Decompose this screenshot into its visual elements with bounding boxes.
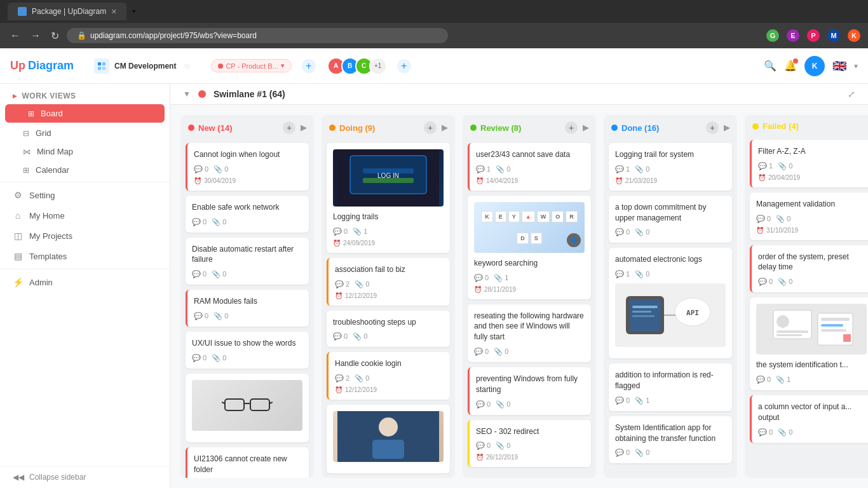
sidebar-item-mindmap[interactable]: ⋈ Mind Map bbox=[0, 142, 170, 161]
card-14-meta: 💬 0 📎 1 bbox=[474, 274, 585, 282]
reload-btn[interactable]: ↻ bbox=[48, 27, 62, 44]
card-10[interactable]: troubleshooting steps up 💬 0 📎 0 bbox=[327, 311, 450, 348]
card-5[interactable]: UX/UI issue to show the words 💬 0 📎 0 bbox=[186, 332, 309, 369]
review-add-btn[interactable]: + bbox=[565, 121, 578, 134]
header-branch[interactable]: CP - Product B... ▾ bbox=[211, 59, 291, 72]
done-title: Done (16) bbox=[621, 123, 659, 133]
doing-add-btn[interactable]: + bbox=[424, 121, 437, 134]
done-arrow[interactable]: ▶ bbox=[724, 123, 729, 132]
col-header-review: Review (8) + ▶ bbox=[463, 115, 596, 139]
card-19[interactable]: a top down commitment by upper managemen… bbox=[609, 196, 732, 243]
card-24[interactable]: Management validation 💬 0 📎 0 ⏰31/10/201… bbox=[750, 193, 868, 240]
sidebar-item-myprojects[interactable]: ◫ My Projects bbox=[0, 226, 170, 246]
logo[interactable]: UpDiagram bbox=[10, 59, 74, 72]
card-2-comments: 💬 0 bbox=[192, 218, 207, 226]
back-btn[interactable]: ← bbox=[8, 27, 23, 44]
card-1-title: Cannot login when logout bbox=[194, 149, 302, 160]
done-add-btn[interactable]: + bbox=[706, 121, 719, 134]
user-avatar[interactable]: K bbox=[804, 56, 825, 76]
card-9[interactable]: association fail to biz 💬 2 📎 0 ⏰12/12/2… bbox=[327, 258, 450, 306]
work-views-toggle[interactable]: ▸ Work Views bbox=[0, 84, 170, 103]
tab-close-btn[interactable]: × bbox=[111, 6, 116, 17]
add-column-btn[interactable]: + bbox=[302, 59, 316, 73]
card-8[interactable]: LOG IN Logging trails 💬 0 📎 1 ⏰24/09/2 bbox=[327, 143, 450, 253]
card-13[interactable]: user23/43 cannot save data 💬 1 📎 0 ⏰14/0… bbox=[468, 143, 591, 191]
card-12[interactable] bbox=[327, 405, 450, 473]
card-27[interactable]: a column vector of input a... output 💬 0… bbox=[750, 395, 868, 443]
doing-arrow[interactable]: ▶ bbox=[442, 123, 447, 132]
sidebar-item-admin[interactable]: ⚡ Admin bbox=[0, 272, 170, 292]
avatar-count[interactable]: +1 bbox=[369, 57, 387, 75]
app-header: UpDiagram CM Development ☆ CP - Product … bbox=[0, 48, 868, 84]
svg-rect-13 bbox=[363, 178, 414, 183]
card-16[interactable]: preventing Windows from fully starting 💬… bbox=[468, 367, 591, 415]
new-add-btn[interactable]: + bbox=[283, 121, 295, 134]
svg-rect-0 bbox=[98, 62, 101, 65]
card-14[interactable]: K E Y ▲ W O R D S 👤 keywor bbox=[468, 196, 591, 299]
sidebar-item-myhome[interactable]: ⌂ My Home bbox=[0, 205, 170, 226]
forward-btn[interactable]: → bbox=[28, 27, 43, 44]
column-failed: Failed (4) Filter A-Z, Z-A 💬 1 📎 0 ⏰20/0… bbox=[745, 115, 868, 478]
card-21[interactable]: addition to information is red-flagged 💬… bbox=[609, 363, 732, 411]
card-26[interactable]: the system identification t... 💬 0 📎 1 bbox=[750, 297, 868, 390]
flag-icon[interactable]: 🇬🇧 bbox=[832, 59, 846, 73]
sidebar-item-templates[interactable]: ▤ Templates bbox=[0, 246, 170, 266]
card-3-meta: 💬 0 📎 0 bbox=[192, 270, 302, 278]
home-icon: ⌂ bbox=[13, 210, 23, 220]
collapse-sidebar-btn[interactable]: ◀◀ Collapse sidebar bbox=[0, 466, 170, 488]
card-4[interactable]: RAM Modules fails 💬 0 📎 0 bbox=[186, 290, 309, 327]
card-11-comments: 💬 2 bbox=[335, 374, 349, 383]
new-cards: Cannot login when logout 💬 0 📎 0 ⏰30/04/… bbox=[180, 139, 314, 478]
review-status-dot bbox=[470, 125, 477, 131]
card-18[interactable]: Logging trail for system 💬 1 📎 0 ⏰21/03/… bbox=[609, 143, 732, 191]
card-3[interactable]: Disable automatic restart after failure … bbox=[186, 238, 309, 285]
card-25[interactable]: order of the system, preset delay time 💬… bbox=[750, 245, 868, 293]
mindmap-label: Mind Map bbox=[37, 147, 73, 156]
search-icon[interactable]: 🔍 bbox=[764, 60, 776, 72]
svg-rect-32 bbox=[821, 318, 850, 321]
card-5-meta: 💬 0 📎 0 bbox=[192, 354, 302, 362]
star-icon[interactable]: ☆ bbox=[184, 62, 191, 71]
sidebar-item-grid[interactable]: ⊟ Grid bbox=[0, 124, 170, 142]
card-11-meta: 💬 2 📎 0 bbox=[335, 374, 444, 383]
board-expand-btn[interactable]: ⤢ bbox=[848, 89, 855, 99]
card-11[interactable]: Handle cookie login 💬 2 📎 0 ⏰12/12/2019 bbox=[327, 352, 450, 400]
card-18-title: Logging trail for system bbox=[615, 149, 726, 160]
sidebar-item-calendar[interactable]: ⊞ Calendar bbox=[0, 161, 170, 179]
review-arrow[interactable]: ▶ bbox=[583, 123, 588, 132]
review-cards: user23/43 cannot save data 💬 1 📎 0 ⏰14/0… bbox=[463, 139, 596, 478]
card-20[interactable]: automated electronic logs 💬 1 📎 0 bbox=[609, 248, 732, 358]
card-15[interactable]: reseating the following hardware and the… bbox=[468, 304, 591, 362]
card-14-comments: 💬 0 bbox=[474, 274, 489, 282]
add-member-btn[interactable]: + bbox=[397, 59, 411, 73]
card-1[interactable]: Cannot login when logout 💬 0 📎 0 ⏰30/04/… bbox=[186, 143, 309, 191]
svg-rect-5 bbox=[250, 399, 269, 410]
card-17-comments: 💬 0 bbox=[476, 442, 491, 450]
url-bar[interactable]: 🔒 updiagram.com/app/project/975/wbs?view… bbox=[67, 28, 448, 43]
sidebar-item-setting[interactable]: ⚙ Setting bbox=[0, 185, 170, 205]
sidebar-item-board[interactable]: ⊞ Board bbox=[5, 104, 165, 123]
card-15-comments: 💬 0 bbox=[474, 348, 489, 356]
card-26-attachments: 📎 1 bbox=[776, 376, 790, 384]
header-avatars: A B C +1 bbox=[331, 57, 387, 75]
card-15-meta: 💬 0 📎 0 bbox=[474, 348, 585, 356]
card-6[interactable] bbox=[186, 374, 309, 442]
card-10-title: troubleshooting steps up bbox=[333, 317, 444, 328]
card-22[interactable]: System Identification app for obtaining … bbox=[609, 416, 732, 464]
browser-tab[interactable]: Package | UpDiagram × bbox=[8, 3, 126, 20]
card-10-attachments: 📎 0 bbox=[353, 332, 367, 341]
card-17[interactable]: SEO - 302 redirect 💬 0 📎 0 ⏰26/12/2019 bbox=[468, 420, 591, 468]
card-2[interactable]: Enable safe work network 💬 0 📎 0 bbox=[186, 196, 309, 233]
nav-icon-p: P bbox=[807, 29, 820, 42]
card-4-comments: 💬 0 bbox=[194, 312, 208, 320]
card-16-attachments: 📎 0 bbox=[496, 400, 510, 409]
card-24-attachments: 📎 0 bbox=[776, 215, 790, 223]
bell-icon[interactable]: 🔔 bbox=[784, 60, 797, 72]
new-tab-btn[interactable]: + bbox=[132, 7, 136, 16]
card-7[interactable]: UI21306 cannot create new folder 💬 0 📎 1… bbox=[186, 447, 309, 478]
card-26-image bbox=[756, 304, 867, 355]
card-23[interactable]: Filter A-Z, Z-A 💬 1 📎 0 ⏰20/04/2019 bbox=[750, 140, 868, 187]
tab-favicon bbox=[18, 7, 27, 16]
new-arrow[interactable]: ▶ bbox=[301, 123, 306, 132]
swimlane-toggle-btn[interactable]: ▼ bbox=[183, 90, 191, 98]
